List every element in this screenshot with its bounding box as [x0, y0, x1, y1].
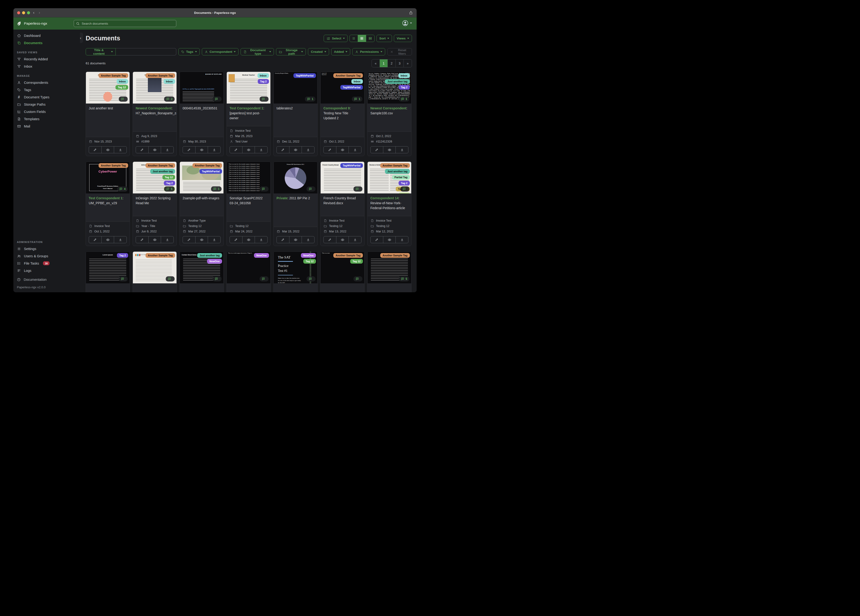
document-card[interactable]: one,1.0 five,5.0 Another Sample TagInbox…	[320, 72, 364, 156]
document-card[interactable]: Lorem ipsum Tag 2	[86, 251, 130, 292]
download-button[interactable]	[161, 146, 173, 153]
download-button[interactable]	[349, 146, 361, 153]
sidebar-item-recently-added[interactable]: Recently Added	[13, 55, 80, 63]
document-thumbnail[interactable]: French Country Bread TagWithPartial	[321, 162, 364, 193]
document-thumbnail[interactable]: This is a test Another Sample TagTag 12	[321, 251, 364, 283]
zoom-button[interactable]	[27, 11, 30, 14]
filter-added-button[interactable]: Added	[331, 48, 350, 55]
sidebar-item-settings[interactable]: Settings	[13, 245, 80, 252]
meta-file[interactable]: Invoice Test	[323, 218, 361, 223]
tag-pill[interactable]: NewOne	[301, 253, 316, 258]
edit-button[interactable]	[89, 146, 102, 153]
meta-file[interactable]: Another Type	[183, 218, 221, 223]
tag-pill[interactable]: Another Sample Tag	[333, 73, 363, 78]
edit-button[interactable]	[136, 236, 149, 243]
comment-count-badge[interactable]	[119, 96, 128, 102]
document-card[interactable]: Serial Number,Company Name,Employee Mark…	[367, 72, 411, 156]
forward-arrow-icon[interactable]: ›	[39, 8, 40, 17]
edit-button[interactable]	[230, 146, 242, 153]
page-3-button[interactable]: 3	[396, 60, 404, 67]
title-content-dropdown[interactable]: Title & content	[86, 48, 116, 55]
document-thumbnail[interactable]: ⊞ BANK OF SCOTLAND2,0 % p. a. auf Ihr Ta…	[180, 72, 223, 104]
document-thumbnail[interactable]: NAPOLEON BONAPARTE Another Sample TagInb…	[133, 72, 176, 104]
sidebar-item-logs[interactable]: Logs	[13, 267, 80, 274]
view-button[interactable]	[196, 236, 208, 243]
sidebar-item-tags[interactable]: Tags	[13, 86, 80, 93]
document-title[interactable]	[321, 283, 364, 292]
sidebar-item-inbox[interactable]: Inbox	[13, 63, 80, 70]
meta-file[interactable]: Invoice Test	[370, 218, 408, 223]
edit-button[interactable]	[183, 236, 196, 243]
comment-count-badge[interactable]: 1	[211, 186, 221, 192]
meta-folder[interactable]: Testing 12	[370, 223, 408, 229]
comment-count-badge[interactable]	[260, 96, 268, 102]
document-title[interactable]: 2sample-pdf-with-images	[180, 193, 223, 216]
tag-pill[interactable]: Another Sample Tag	[193, 163, 222, 168]
document-title[interactable]	[274, 283, 317, 292]
comment-count-badge[interactable]	[400, 186, 410, 192]
edit-button[interactable]	[89, 236, 102, 243]
document-thumbnail[interactable]: Contact Sheet Demo Just another tagNewOn…	[180, 251, 223, 283]
sidebar-item-templates[interactable]: Templates	[13, 115, 80, 123]
edit-button[interactable]	[277, 236, 289, 243]
edit-button[interactable]	[370, 236, 383, 243]
comment-count-badge[interactable]	[260, 186, 268, 192]
meta-file[interactable]: Invoice Test	[136, 218, 174, 223]
view-button[interactable]	[336, 146, 349, 153]
document-card[interactable]: Test NameTest Name Another Sample Tag	[133, 251, 177, 292]
edit-button[interactable]	[324, 146, 336, 153]
view-button[interactable]	[242, 236, 255, 243]
document-card[interactable]: This is a test for the double space char…	[226, 162, 271, 246]
document-title[interactable]	[180, 283, 223, 292]
document-title[interactable]: Newest Correspondent: Sample100.csv	[367, 104, 411, 132]
document-card[interactable]: Adobe Acrobat PDF Files Another Sample T…	[86, 72, 130, 156]
edit-button[interactable]	[230, 236, 242, 243]
download-button[interactable]	[302, 146, 314, 153]
document-thumbnail[interactable]: Lorem ipsum Another Sample Tag 5	[367, 251, 411, 283]
document-card[interactable]: InDesign Scripting Documentation Another…	[133, 162, 177, 246]
download-button[interactable]	[161, 236, 173, 243]
next-page-button[interactable]: »	[404, 60, 412, 67]
close-button[interactable]	[17, 11, 20, 14]
sidebar-item-documentation[interactable]: Documentation	[13, 276, 80, 284]
tag-pill[interactable]: Tag 12	[116, 85, 128, 90]
tag-pill[interactable]: Another Sample Tag	[380, 253, 410, 258]
sidebar-item-dashboard[interactable]: Dashboard	[13, 32, 80, 39]
view-button[interactable]	[242, 146, 255, 153]
document-thumbnail[interactable]: InDesign Scripting Documentation Another…	[133, 162, 176, 193]
edit-button[interactable]	[183, 146, 196, 153]
download-button[interactable]	[349, 236, 361, 243]
filter-permissions-button[interactable]: Permissions	[352, 48, 385, 55]
tag-pill[interactable]: Another Sample Tag	[99, 73, 128, 78]
search-input[interactable]	[81, 22, 174, 25]
tag-pill[interactable]: Another Sample Tag	[146, 73, 175, 78]
sidebar-item-storage-paths[interactable]: Storage Paths	[13, 101, 80, 108]
comment-count-badge[interactable]	[306, 186, 315, 192]
meta-folder[interactable]: Testing 12	[229, 223, 268, 229]
document-title[interactable]: Correspondent 14: Review-of-New-York-Fed…	[367, 193, 411, 216]
tag-pill[interactable]: Inbox	[163, 79, 175, 84]
meta-file[interactable]: Invoice Test	[229, 128, 268, 134]
document-thumbnail[interactable]: Country,Region/State, TagWithPartial 1	[274, 72, 317, 104]
tag-pill[interactable]: Another Sample Tag	[333, 253, 363, 258]
comment-count-badge[interactable]: 6	[164, 186, 175, 192]
document-title[interactable]	[133, 283, 176, 292]
document-title[interactable]: Just another test	[86, 104, 130, 137]
tag-pill[interactable]: NewOne	[254, 253, 269, 258]
document-title[interactable]: tablerates2	[274, 104, 317, 137]
sidebar-item-document-types[interactable]: #Document Types	[13, 93, 80, 101]
document-thumbnail[interactable]: one,1.0 five,5.0 Another Sample TagInbox…	[321, 72, 364, 104]
comment-count-badge[interactable]	[353, 276, 363, 281]
document-thumbnail[interactable]: Lorem ipsum Tag 2	[86, 251, 130, 283]
tag-pill[interactable]: Tag 2	[258, 79, 269, 84]
tag-pill[interactable]: Just another tag	[150, 169, 175, 174]
comment-count-badge[interactable]	[353, 186, 363, 192]
sidebar-item-mail[interactable]: Mail	[13, 123, 80, 130]
document-thumbnail[interactable]: CyberPowerPowerPanel® Business Edition U…	[86, 162, 130, 193]
edit-button[interactable]	[136, 146, 149, 153]
view-button[interactable]	[289, 146, 302, 153]
document-card[interactable]: CyberPowerPowerPanel® Business Edition U…	[86, 162, 130, 246]
tag-pill[interactable]: Tag 2	[399, 181, 410, 185]
comment-count-badge[interactable]	[213, 96, 221, 102]
document-thumbnail[interactable]: The SATPractice Test #1Make time to take…	[274, 251, 317, 283]
